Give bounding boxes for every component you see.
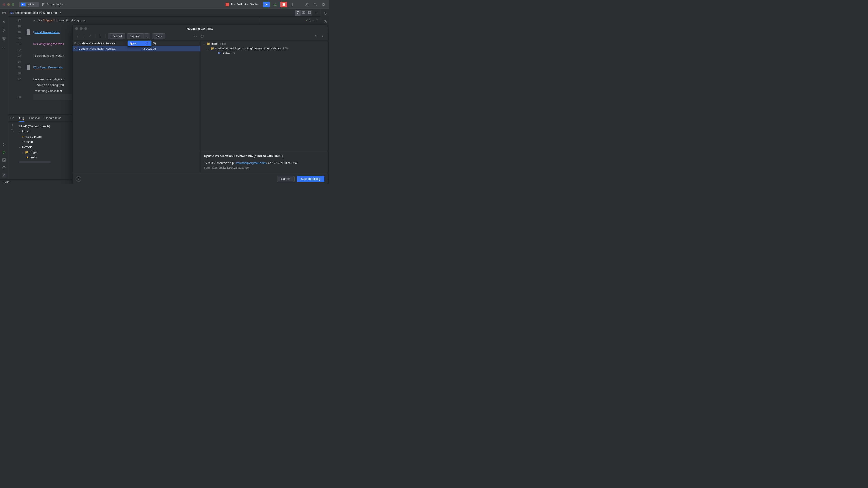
vcs-tw-icon[interactable] [2,173,6,177]
close-window[interactable] [3,3,5,6]
commit-row-selected[interactable]: Update Presentation Assistath 2023.3) [72,46,200,51]
commit-hash[interactable]: 77cf8363 [204,161,216,165]
preview-diff-icon[interactable] [200,35,205,38]
start-rebasing-button[interactable]: Start Rebasing [297,175,324,182]
maximize-window[interactable] [12,3,14,6]
tab-log[interactable]: Log [19,115,25,122]
cancel-button[interactable]: Cancel [277,175,294,182]
tab-more-icon[interactable]: ⋮ [313,10,319,16]
search-icon[interactable] [11,129,14,132]
gear-icon [322,3,325,6]
check-icon: ✓ [306,19,308,22]
commit-tool-icon[interactable] [2,20,6,24]
changed-files-tree[interactable]: ⌄ 📁 guide 1 file ⌄ 📁 site/java/tutorials… [200,40,328,151]
code-with-me-icon[interactable] [304,2,310,7]
commit-list[interactable]: Update Presentation Assistath 2023.3) Up… [72,40,200,173]
reword-button[interactable]: Reword [108,33,125,39]
terminal-tw-icon[interactable] [2,158,6,162]
drop-button[interactable]: Drop [152,33,165,39]
origin-group[interactable]: ⌄📁origin [17,150,75,155]
svg-rect-9 [4,39,4,40]
commit-email[interactable]: <mlvandijk@gmail.com> [235,161,267,165]
branch-icon [42,3,45,6]
inspection-count: 2 [309,19,311,22]
structure-tool-icon[interactable] [2,37,6,41]
dialog-close[interactable] [75,27,78,30]
commit-committed-date: committed on 12/12/2023 at 17:50 [204,165,324,170]
branches-tree[interactable]: HEAD (Current Branch) ⌄Local 🏷fix-pa-plu… [16,122,76,180]
debug-tw-icon[interactable] [2,150,6,155]
project-tool-icon[interactable] [2,11,6,15]
local-group[interactable]: ⌄Local [17,129,75,134]
run-button[interactable] [263,2,270,7]
inspection-widget[interactable]: ✓ 2 ︿ ﹀ [306,19,318,22]
move-up-icon[interactable]: ↑ [75,35,80,38]
expand-icon[interactable]: ⇱ [313,35,318,38]
run-config-selector[interactable]: Run JetBrains Guide ⌄ [225,3,261,6]
ai-assistant-icon[interactable] [323,20,328,24]
next-highlight-icon[interactable]: ﹀ [316,19,318,22]
rebase-dialog: Rebasing Commits ↑ ↓ ↶ ⏸ Reword Squash ⌄… [72,24,328,184]
pause-icon[interactable]: ⏸ [98,35,103,38]
debug-button[interactable] [272,2,278,7]
search-everywhere[interactable] [312,2,318,7]
chevron-down-icon: ⌄ [19,130,21,133]
tree-root[interactable]: ⌄ 📁 guide 1 file [203,41,325,46]
stop-button[interactable] [280,2,287,7]
image-marker-icon[interactable] [27,29,30,35]
dialog-minimize [80,27,83,30]
branch-main-local[interactable]: ⎇main [17,139,75,144]
gutter-markers [25,17,31,114]
branch-origin-main[interactable]: ★main [17,155,75,160]
editor-tabs: M↓ presentation-assistant/index.md ✕ ⋮ [8,9,321,17]
close-tab-icon[interactable]: ✕ [59,11,62,14]
split-view-icon[interactable] [301,10,307,16]
horizontal-scrollbar[interactable] [19,161,51,163]
collapse-left-icon[interactable]: ‹ [12,123,13,127]
preview-only-icon[interactable] [307,10,312,16]
search-icon [313,3,317,6]
project-name: guide [27,3,34,6]
dialog-footer: ? Cancel Start Rebasing [72,173,328,184]
run-config-icon [225,3,229,6]
squash-dropdown-button[interactable]: ⌄ [144,33,150,39]
notifications-icon[interactable] [323,11,328,15]
svg-point-0 [274,4,276,6]
file-tab[interactable]: M↓ presentation-assistant/index.md ✕ [8,9,64,17]
squash-dropdown-menu: Fixup ⌥F [127,40,152,46]
settings-icon[interactable] [320,2,327,7]
close-panel-icon[interactable]: ✕ [320,35,325,38]
image-marker-icon[interactable] [27,65,30,70]
run-tw-icon[interactable] [2,142,6,147]
collapse-tree-icon[interactable] [194,35,198,38]
run-tool-icon[interactable] [2,28,6,33]
problems-tw-icon[interactable] [2,165,6,170]
dialog-titlebar: Rebasing Commits [72,25,328,32]
editor-view-toggle[interactable] [295,10,312,16]
tab-filename: presentation-assistant/index.md [16,11,57,14]
head-branch[interactable]: HEAD (Current Branch) [17,124,75,129]
tree-folder[interactable]: ⌄ 📁 site/java/tutorials/presenting/prese… [203,46,325,51]
tree-file[interactable]: M↓ index.md [203,51,325,56]
minimize-window[interactable] [7,3,10,6]
dialog-title: Rebasing Commits [187,27,213,30]
tab-git[interactable]: Git [10,115,15,121]
fixup-label: Fixup [130,41,137,45]
more-tools-icon[interactable]: ⋯ [2,45,6,50]
branch-fix-pa-plugin[interactable]: 🏷fix-pa-plugin [17,134,75,139]
fixup-menu-item[interactable]: Fixup ⌥F [128,41,151,46]
squash-button[interactable]: Squash [127,33,144,39]
branch-selector[interactable]: fix-pa-plugin ⌄ [42,3,66,6]
svg-point-13 [309,12,309,12]
editor-only-icon[interactable] [295,10,301,16]
project-icon: G [21,3,26,6]
more-actions[interactable]: ⋮ [289,2,295,7]
prev-highlight-icon[interactable]: ︿ [312,19,315,22]
project-selector[interactable]: G guide ⌄ [19,2,39,7]
commit-authored-date: on 12/12/2023 at 17:46 [268,161,298,165]
help-icon[interactable]: ? [76,176,81,182]
tab-update-info[interactable]: Update Info: [44,115,61,121]
svg-point-16 [325,21,326,22]
tab-console[interactable]: Console [29,115,40,121]
remote-group[interactable]: ⌄Remote [17,144,75,150]
